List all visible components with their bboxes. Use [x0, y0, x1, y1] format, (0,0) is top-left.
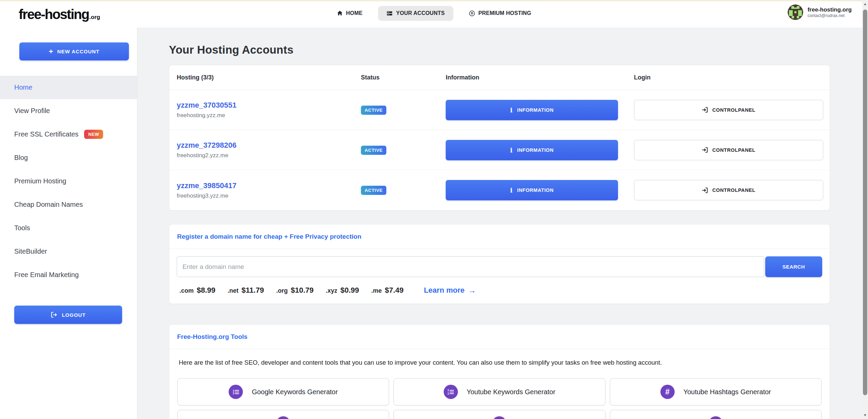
site-logo[interactable]: free-hosting .org	[0, 7, 100, 22]
sidebar-item-label: Free SSL Certificates	[14, 130, 78, 138]
controlpanel-button[interactable]: CONTROLPANEL	[634, 100, 823, 120]
sidebar-item-free-ssl-certificates[interactable]: Free SSL Certificates NEW	[0, 123, 137, 146]
sidebar-item-label: View Profile	[14, 107, 50, 115]
tld-price: .xyz $0.99	[326, 286, 359, 295]
sidebar-item-label: Tools	[14, 224, 30, 232]
nav-premium-hosting-label: PREMIUM HOSTING	[478, 10, 531, 16]
right-arrow-icon: →	[468, 286, 476, 294]
controlpanel-button[interactable]: CONTROLPANEL	[634, 140, 823, 160]
nav-premium-hosting[interactable]: PREMIUM HOSTING	[469, 10, 531, 16]
controlpanel-label: CONTROLPANEL	[712, 187, 755, 193]
accounts-table-header: Hosting (3/3) Status Information Login	[169, 65, 830, 90]
nav-home-label: HOME	[346, 10, 363, 16]
column-hosting: Hosting (3/3)	[177, 74, 361, 81]
tld-label: .me	[371, 287, 382, 294]
nav-your-accounts-label: YOUR ACCOUNTS	[396, 10, 445, 16]
tool-youtube-hashtags-generator[interactable]: # Youtube Hashtags Generator	[610, 378, 822, 405]
tool-card-partial[interactable]	[610, 410, 822, 419]
scrollbar-up-arrow[interactable]: ▲	[862, 2, 868, 6]
sidebar-item-blog[interactable]: Blog	[0, 146, 137, 169]
tld-label: .org	[276, 287, 288, 294]
new-account-button[interactable]: + NEW ACCOUNT	[19, 42, 129, 60]
info-icon: i	[510, 186, 513, 194]
info-icon: i	[510, 146, 513, 154]
tool-icon	[709, 416, 723, 419]
logout-label: LOGOUT	[62, 312, 85, 318]
logout-button[interactable]: LOGOUT	[14, 306, 122, 324]
server-stack-icon	[387, 10, 393, 16]
account-cell: yzzme_37030551 freehosting.yzz.me	[177, 101, 361, 119]
main-nav: HOME YOUR ACCOUNTS PREMIUM HOSTING	[337, 6, 531, 21]
domain-card-title: Register a domain name for cheap + Free …	[169, 224, 830, 249]
information-button[interactable]: i INFORMATION	[446, 180, 618, 200]
domain-search-button[interactable]: SEARCH	[765, 256, 822, 277]
account-name-link[interactable]: yzzme_39850417	[177, 181, 361, 190]
information-button[interactable]: i INFORMATION	[446, 100, 618, 120]
tld-price-value: $0.99	[341, 286, 359, 295]
tld-price: .me $7.49	[371, 286, 404, 295]
tld-price-value: $7.49	[385, 286, 404, 295]
domain-search-input[interactable]	[177, 256, 764, 277]
column-login: Login	[634, 74, 830, 81]
account-domain: freehosting.yzz.me	[177, 112, 361, 119]
account-email: contact@rudrax.net	[808, 13, 852, 18]
scrollbar-thumb[interactable]	[863, 10, 867, 395]
sidebar-item-home[interactable]: Home	[0, 76, 137, 99]
tld-price: .com $8.99	[179, 286, 215, 295]
new-account-label: NEW ACCOUNT	[57, 49, 100, 54]
tld-price-list: .com $8.99 .net $11.79 .org $10.79 .xy	[179, 286, 822, 295]
tool-youtube-keywords-generator[interactable]: 1 2 Youtube Keywords Generator	[393, 378, 605, 405]
tools-description: Here are the list of free SEO, developer…	[179, 359, 822, 367]
page-scrollbar[interactable]: ▲ ▼	[862, 0, 868, 419]
sidebar-item-label: SiteBuilder	[14, 248, 47, 255]
controlpanel-button[interactable]: CONTROLPANEL	[634, 180, 823, 200]
avatar	[788, 4, 803, 20]
hosting-accounts-card: Hosting (3/3) Status Information Login y…	[169, 65, 830, 211]
nav-home[interactable]: HOME	[337, 10, 363, 16]
account-name-link[interactable]: yzzme_37298206	[177, 141, 361, 150]
top-navbar: free-hosting .org HOME YOUR ACCOUNTS	[0, 1, 868, 28]
account-name: free-hosting.org	[808, 6, 852, 13]
arrow-up-circle-icon	[469, 10, 475, 16]
sidebar-item-tools[interactable]: Tools	[0, 216, 137, 240]
sidebar-item-free-email-marketing[interactable]: Free Email Marketing	[0, 263, 137, 287]
information-button[interactable]: i INFORMATION	[446, 140, 618, 160]
sidebar-item-label: Blog	[14, 154, 28, 162]
sidebar-item-view-profile[interactable]: View Profile	[0, 99, 137, 123]
login-arrow-icon	[702, 147, 708, 153]
learn-more-link[interactable]: Learn more →	[424, 286, 476, 295]
tool-label: Google Keywords Generator	[252, 388, 337, 396]
tld-label: .net	[228, 287, 238, 294]
logo-text: free-hosting	[19, 7, 89, 22]
main-content: Your Hosting Accounts Hosting (3/3) Stat…	[137, 28, 868, 419]
nav-your-accounts[interactable]: YOUR ACCOUNTS	[378, 6, 453, 21]
sidebar-item-sitebuilder[interactable]: SiteBuilder	[0, 240, 137, 263]
table-row: yzzme_37030551 freehosting.yzz.me ACTIVE…	[169, 90, 830, 130]
numbered-list-icon: 1 2	[444, 385, 458, 399]
checklist-icon	[229, 385, 243, 399]
login-arrow-icon	[702, 107, 708, 113]
sidebar-item-premium-hosting[interactable]: Premium Hosting	[0, 169, 137, 193]
tools-card-title: Free-Hosting.org Tools	[169, 325, 830, 349]
new-badge: NEW	[84, 130, 103, 139]
tool-icon	[492, 416, 506, 419]
home-icon	[337, 10, 343, 16]
sidebar: + NEW ACCOUNT Home View Profile Free SSL…	[0, 28, 137, 419]
plus-icon: +	[49, 48, 54, 55]
page-title: Your Hosting Accounts	[169, 43, 830, 57]
account-menu[interactable]: free-hosting.org contact@rudrax.net	[788, 4, 852, 20]
logout-icon	[51, 311, 57, 318]
account-name-link[interactable]: yzzme_37030551	[177, 101, 361, 110]
sidebar-item-cheap-domain-names[interactable]: Cheap Domain Names	[0, 193, 137, 216]
tool-card-partial[interactable]	[393, 410, 605, 419]
scrollbar-down-arrow[interactable]: ▼	[862, 413, 868, 417]
tld-label: .xyz	[326, 287, 337, 294]
account-domain: freehosting3.yzz.me	[177, 193, 361, 199]
logo-tld: .org	[89, 14, 100, 21]
tool-card-partial[interactable]	[177, 410, 389, 419]
account-cell: yzzme_37298206 freehosting2.yzz.me	[177, 141, 361, 159]
controlpanel-label: CONTROLPANEL	[712, 107, 755, 113]
info-icon: i	[510, 106, 513, 114]
tools-card: Free-Hosting.org Tools Here are the list…	[169, 324, 830, 419]
tool-google-keywords-generator[interactable]: Google Keywords Generator	[177, 378, 389, 405]
